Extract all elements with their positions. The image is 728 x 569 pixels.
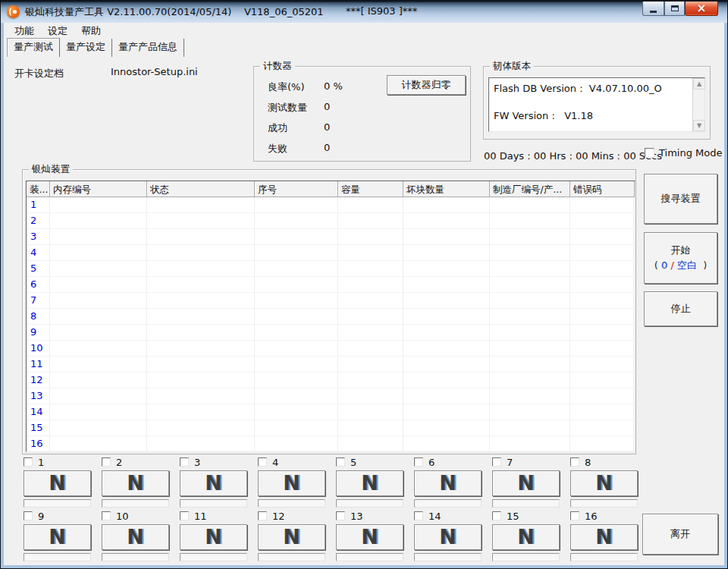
- table-row[interactable]: 12: [27, 373, 635, 388]
- slot-header: 4: [258, 457, 325, 467]
- table-cell: [490, 420, 570, 435]
- settings-file-value: Innostor-Setup.ini: [111, 66, 198, 77]
- slot-status-button[interactable]: N: [414, 470, 482, 496]
- slot-checkbox[interactable]: [102, 511, 111, 520]
- timing-mode-checkbox-group: Timing Mode: [645, 147, 722, 159]
- table-row[interactable]: 5: [27, 261, 635, 277]
- titlebar[interactable]: 银灿科技量产工具 V2.11.00.70(2014/05/14) V118_06…: [1, 1, 727, 23]
- slot-header: 13: [336, 511, 403, 521]
- firmware-version-list[interactable]: Flash DB Version : V4.07.10.00_O FW Vers…: [488, 77, 705, 132]
- slot-status-button[interactable]: N: [24, 524, 91, 550]
- table-row[interactable]: 13: [27, 388, 635, 404]
- exit-button[interactable]: 离开: [642, 514, 718, 555]
- table-cell: [255, 420, 338, 435]
- tab-mp-settings[interactable]: 量产设定: [60, 39, 112, 57]
- slot-header: 9: [24, 511, 91, 521]
- slot-status-button[interactable]: N: [492, 470, 560, 496]
- slot-checkbox[interactable]: [24, 511, 33, 520]
- slot-status-button[interactable]: N: [258, 470, 325, 496]
- table-cell: [338, 293, 403, 308]
- slot-header: 6: [414, 457, 482, 467]
- slot-checkbox[interactable]: [180, 457, 189, 467]
- menubar: 功能 设定 帮助: [4, 23, 724, 39]
- slot-checkbox[interactable]: [414, 511, 423, 520]
- slot-status-button[interactable]: N: [492, 524, 560, 550]
- slot-checkbox[interactable]: [336, 457, 345, 467]
- tested-count-label: 测试数量: [268, 101, 307, 115]
- slot-checkbox[interactable]: [414, 457, 423, 467]
- slot-status-button[interactable]: N: [102, 470, 169, 496]
- table-cell: [50, 245, 147, 260]
- menu-function[interactable]: 功能: [8, 23, 41, 39]
- table-cell: [50, 373, 147, 388]
- table-row[interactable]: 16: [27, 436, 635, 452]
- timing-mode-checkbox[interactable]: [645, 148, 654, 158]
- table-row[interactable]: 10: [27, 341, 635, 357]
- table-row[interactable]: 14: [27, 404, 635, 420]
- slot-progress-bar: [414, 553, 482, 561]
- slot-checkbox[interactable]: [570, 511, 579, 520]
- column-header[interactable]: 坏块数量: [403, 181, 490, 197]
- table-row[interactable]: 6: [27, 277, 635, 293]
- row-number: 7: [27, 293, 50, 308]
- column-header[interactable]: 容量: [338, 181, 403, 197]
- slot-status-button[interactable]: N: [258, 524, 325, 550]
- column-header[interactable]: 内存编号: [50, 181, 147, 197]
- table-cell: [570, 373, 634, 388]
- slot-checkbox[interactable]: [336, 511, 345, 520]
- slot-status-button[interactable]: N: [24, 470, 91, 496]
- table-cell: [255, 277, 338, 292]
- table-row[interactable]: 2: [27, 213, 635, 229]
- slot-status-button[interactable]: N: [414, 524, 482, 550]
- slot-status-button[interactable]: N: [570, 524, 638, 550]
- column-header[interactable]: 序号: [255, 181, 338, 197]
- slot-header: 16: [570, 511, 638, 521]
- table-row[interactable]: 7: [27, 293, 635, 309]
- slot-status-button[interactable]: N: [570, 470, 638, 496]
- success-label: 成功: [268, 121, 287, 135]
- slot-checkbox[interactable]: [258, 511, 267, 520]
- slot-status-button[interactable]: N: [180, 524, 247, 550]
- search-devices-button[interactable]: 搜寻装置: [644, 174, 717, 224]
- start-separator: /: [670, 259, 673, 271]
- slot-status-button[interactable]: N: [336, 524, 403, 550]
- table-row[interactable]: 15: [27, 420, 635, 436]
- table-row[interactable]: 11: [27, 357, 635, 373]
- column-header[interactable]: 装...: [27, 181, 50, 197]
- start-button[interactable]: 开始 ( 0 / 空白 ): [644, 232, 717, 284]
- table-row[interactable]: 4: [27, 245, 635, 261]
- scrollbar[interactable]: ▲ ▼: [692, 78, 704, 131]
- table-cell: [403, 261, 490, 276]
- menu-settings[interactable]: 设定: [41, 23, 74, 39]
- slot-status-button[interactable]: N: [102, 524, 169, 550]
- table-row[interactable]: 9: [27, 325, 635, 341]
- tab-mp-test[interactable]: 量产测试: [7, 38, 60, 57]
- scroll-down-icon[interactable]: ▼: [693, 120, 705, 131]
- slot-status-button[interactable]: N: [180, 470, 247, 496]
- table-row[interactable]: 1: [27, 197, 635, 213]
- slot-status-button[interactable]: N: [336, 470, 403, 496]
- slot-header: 15: [492, 511, 560, 521]
- slot-checkbox[interactable]: [492, 511, 501, 520]
- slot-checkbox[interactable]: [24, 457, 33, 467]
- minimize-icon: [650, 11, 657, 13]
- menu-help[interactable]: 帮助: [74, 23, 108, 39]
- slot-checkbox[interactable]: [180, 511, 189, 520]
- slot-checkbox[interactable]: [102, 457, 111, 467]
- minimize-button[interactable]: [642, 2, 664, 16]
- column-header[interactable]: 制造厂编号/产...: [490, 181, 570, 197]
- maximize-button[interactable]: [664, 2, 685, 16]
- counter-reset-button[interactable]: 计数器归零: [387, 75, 466, 95]
- table-row[interactable]: 3: [27, 229, 635, 245]
- column-header[interactable]: 错误码: [570, 181, 635, 197]
- slot-checkbox[interactable]: [258, 457, 267, 467]
- slot-checkbox[interactable]: [492, 457, 501, 467]
- stop-button[interactable]: 停止: [644, 291, 717, 326]
- close-button[interactable]: ×: [685, 2, 718, 16]
- table-row[interactable]: 8: [27, 309, 635, 325]
- fail-value: 0: [324, 142, 330, 153]
- scroll-up-icon[interactable]: ▲: [693, 78, 705, 90]
- tab-mp-product-info[interactable]: 量产产品信息: [112, 39, 184, 57]
- slot-checkbox[interactable]: [570, 457, 579, 467]
- column-header[interactable]: 状态: [147, 181, 255, 197]
